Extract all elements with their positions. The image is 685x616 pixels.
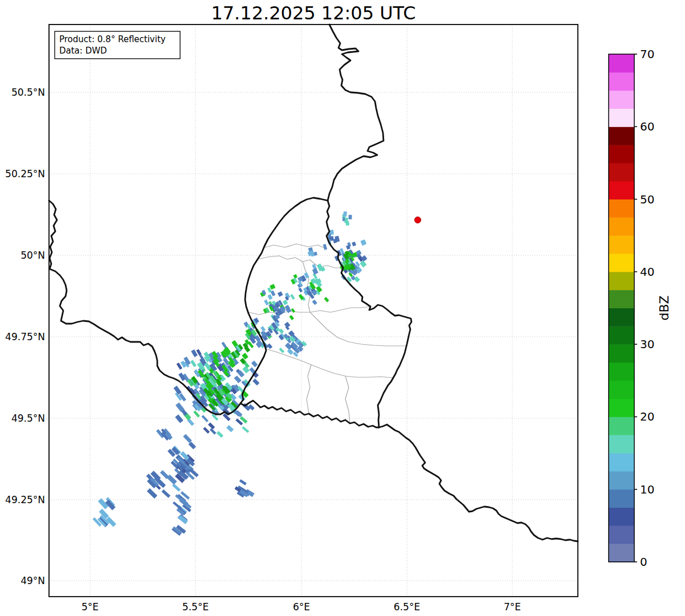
radar-echo-cell [348, 215, 352, 219]
lat-tick-label: 49.75°N [5, 331, 45, 342]
lon-tick-label: 6.5°E [394, 601, 420, 613]
lat-tick-label: 50.5°N [11, 87, 45, 98]
lat-tick-label: 49°N [21, 575, 45, 586]
colorbar-band [609, 399, 634, 417]
plot-title: 17.12.2025 12:05 UTC [211, 2, 415, 24]
colorbar-tick-label: 30 [640, 337, 654, 351]
colorbar-band [609, 508, 634, 526]
colorbar-band [609, 235, 634, 254]
lat-tick-label: 49.5°N [11, 413, 45, 424]
colorbar-band [609, 489, 634, 508]
lon-tick-label: 5°E [81, 601, 99, 613]
radar-site-marker [415, 217, 421, 223]
lon-tick-label: 7°E [504, 601, 521, 613]
radar-echo-cell [343, 217, 345, 221]
colorbar-band [609, 525, 634, 544]
radar-map-figure: 5°E5.5°E6°E6.5°E7°E 50.5°N50.25°N50°N49.… [0, 0, 685, 616]
colorbar-band [609, 91, 634, 109]
colorbar-band [609, 54, 634, 72]
colorbar-band [609, 308, 634, 327]
colorbar-band [609, 254, 634, 272]
colorbar-band [609, 127, 634, 145]
colorbar-band [609, 344, 634, 362]
lat-tick-label: 50°N [21, 250, 45, 261]
map-plot-area [49, 25, 578, 597]
colorbar-band [609, 381, 634, 399]
colorbar-band [609, 272, 634, 290]
radar-echo-cell [344, 218, 348, 223]
colorbar-label: dBZ [657, 295, 671, 320]
lon-tick-label: 5.5°E [182, 601, 209, 613]
lon-tick-label: 6°E [293, 601, 310, 613]
colorbar-tick-label: 20 [640, 410, 654, 423]
colorbar-band [609, 453, 634, 471]
colorbar-tick-label: 0 [640, 555, 647, 569]
colorbar-tick-label: 40 [640, 265, 654, 279]
colorbar-band [609, 417, 634, 435]
colorbar-band [609, 290, 634, 308]
colorbar-bands [609, 54, 634, 562]
radar-echo-cell [343, 211, 346, 216]
colorbar-tick-label: 60 [640, 120, 654, 133]
annotation-product-line: Product: 0.8° Reflectivity [59, 34, 166, 44]
colorbar-band [609, 72, 634, 91]
colorbar-band [609, 362, 634, 381]
colorbar-tick-label: 10 [640, 483, 654, 496]
longitude-tick-labels: 5°E5.5°E6°E6.5°E7°E [81, 601, 521, 613]
latitude-tick-labels: 50.5°N50.25°N50°N49.75°N49.5°N49.25°N49°… [5, 87, 45, 586]
colorbar-tick-label: 70 [640, 47, 654, 61]
product-annotation-box: Product: 0.8° Reflectivity Data: DWD [55, 31, 180, 59]
colorbar-band [609, 217, 634, 235]
colorbar-band [609, 163, 634, 181]
colorbar-band [609, 435, 634, 453]
annotation-data-line: Data: DWD [59, 46, 107, 56]
lat-tick-label: 49.25°N [5, 494, 45, 505]
colorbar-band [609, 181, 634, 199]
lat-tick-label: 50.25°N [5, 168, 45, 180]
colorbar-band [609, 199, 634, 218]
colorbar-tick-labels: 010203040506070 [634, 47, 654, 569]
colorbar-band [609, 326, 634, 344]
colorbar: 010203040506070 dBZ [609, 47, 671, 569]
radar-map-canvas: 5°E5.5°E6°E6.5°E7°E 50.5°N50.25°N50°N49.… [0, 0, 685, 616]
colorbar-band [609, 544, 634, 562]
colorbar-tick-label: 50 [640, 193, 654, 206]
colorbar-band [609, 471, 634, 489]
colorbar-band [609, 108, 634, 127]
colorbar-band [609, 145, 634, 163]
